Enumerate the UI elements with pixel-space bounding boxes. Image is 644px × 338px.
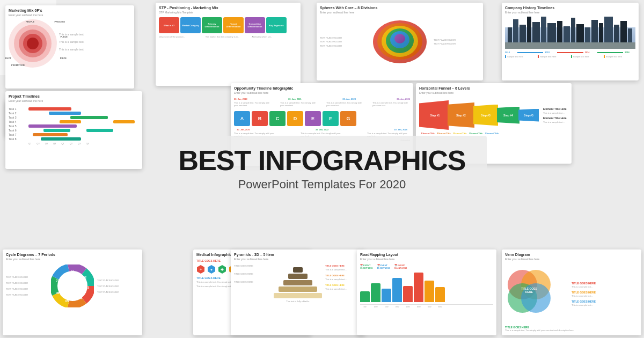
slide-spheres[interactable]: Spheres With Core – 8 Divisions Enter yo… xyxy=(317,3,483,80)
slide-spheres-title: Spheres With Core – 8 Divisions xyxy=(320,6,480,10)
opp-box-d: D xyxy=(287,111,303,126)
svg-text:01: 01 xyxy=(71,270,75,273)
slide-roadmap-title: RoadMapping Layout xyxy=(360,253,493,256)
center-overlay: BEST INFOGRAPHICS PowerPoint Templates F… xyxy=(157,136,487,202)
svg-text:07: 07 xyxy=(56,279,60,282)
opp-box-b: B xyxy=(252,111,268,126)
stp-cell-1: What is it? xyxy=(159,17,179,33)
main-container: Marketing Mix 6P's Enter your subhead li… xyxy=(0,0,644,338)
slide-pyramids-title: Pyramids - 3D – 5 Item xyxy=(234,253,362,256)
opp-box-c: C xyxy=(269,111,286,126)
slide-pyramids[interactable]: Pyramids - 3D – 5 Item Enter your subhea… xyxy=(231,249,365,335)
stp-cell-6: Key Segments xyxy=(266,17,287,33)
svg-text:04: 04 xyxy=(79,297,83,300)
sub-heading: PowerPoint Templates For 2020 xyxy=(179,178,466,192)
svg-text:03: 03 xyxy=(86,286,90,289)
svg-text:♥: ♥ xyxy=(210,268,213,271)
slide-venn-subtitle: Enter your subhead line here xyxy=(505,258,638,261)
slide-marketing-subtitle: Enter your subhead line here xyxy=(9,13,131,17)
slide-pyramids-subtitle: Enter your subhead line here xyxy=(234,258,362,261)
pyramid-visual xyxy=(274,267,322,299)
svg-text:02: 02 xyxy=(83,276,87,279)
slide-funnel-subtitle: Enter your subhead line here xyxy=(419,91,568,94)
stp-grid: What is it? Market Category Primary Diff… xyxy=(159,17,297,33)
slide-roadmap-subtitle: Enter your subhead line here xyxy=(360,258,493,261)
slide-funnel-title: Horizontal Funnel – 6 Levels xyxy=(419,86,568,90)
stp-cell-3: Primary Differentiation xyxy=(202,17,222,33)
svg-text:+: + xyxy=(200,268,202,271)
slide-venn-title: Venn Diagram xyxy=(505,253,638,256)
slide-stp-subtitle: STP Marketing Mix Template xyxy=(159,11,297,14)
svg-text:✚: ✚ xyxy=(221,268,224,271)
slide-marketing-mix[interactable]: Marketing Mix 6P's Enter your subhead li… xyxy=(5,5,134,89)
slide-opportunity-title: Opportunity Timeline Infographic xyxy=(234,86,410,90)
slide-company-subtitle: Enter your subhead line here xyxy=(505,11,635,14)
slide-marketing-title: Marketing Mix 6P's xyxy=(9,9,131,12)
slide-company-title: Company History Timelines xyxy=(505,6,635,10)
main-heading: BEST INFOGRAPHICS xyxy=(179,146,466,174)
opp-box-f: F xyxy=(323,111,339,126)
slide-cycle-title: Cycle Diagrams – 7 Periods xyxy=(6,253,139,256)
stp-cell-5: Competitive Differentiation xyxy=(245,17,265,33)
slide-roadmap[interactable]: RoadMapping Layout Enter your subhead li… xyxy=(357,249,496,335)
opp-boxes: A B C D E F G xyxy=(234,111,410,126)
slide-venn-diagram[interactable]: Venn Diagram Enter your subhead line her… xyxy=(502,249,641,335)
opp-box-g: G xyxy=(340,111,356,126)
slide-cycle-subtitle: Enter your subhead line here xyxy=(6,258,139,261)
slide-project-subtitle: Enter your subhead line here xyxy=(9,99,139,102)
slide-project-timelines[interactable]: Project Timelines Enter your subhead lin… xyxy=(5,91,142,169)
opp-box-e: E xyxy=(305,111,321,126)
stp-cell-2: Market Category xyxy=(180,17,201,33)
slide-opportunity-subtitle: Enter your subhead line here xyxy=(234,91,410,94)
slide-spheres-subtitle: Enter your subhead line here xyxy=(320,11,480,14)
opp-box-a: A xyxy=(234,111,250,126)
svg-text:06: 06 xyxy=(56,291,60,295)
slide-cycle-diagrams[interactable]: Cycle Diagrams – 7 Periods Enter your su… xyxy=(3,249,142,335)
slide-stp-title: STP - Positioning - Marketing Mix xyxy=(159,6,297,10)
slide-company-history[interactable]: Company History Timelines Enter your sub… xyxy=(502,3,639,80)
slide-project-title: Project Timelines xyxy=(9,94,139,98)
stp-cell-4: Target Differentiation xyxy=(223,17,244,33)
slide-stp[interactable]: STP - Positioning - Marketing Mix STP Ma… xyxy=(156,3,301,86)
svg-text:05: 05 xyxy=(65,299,69,303)
